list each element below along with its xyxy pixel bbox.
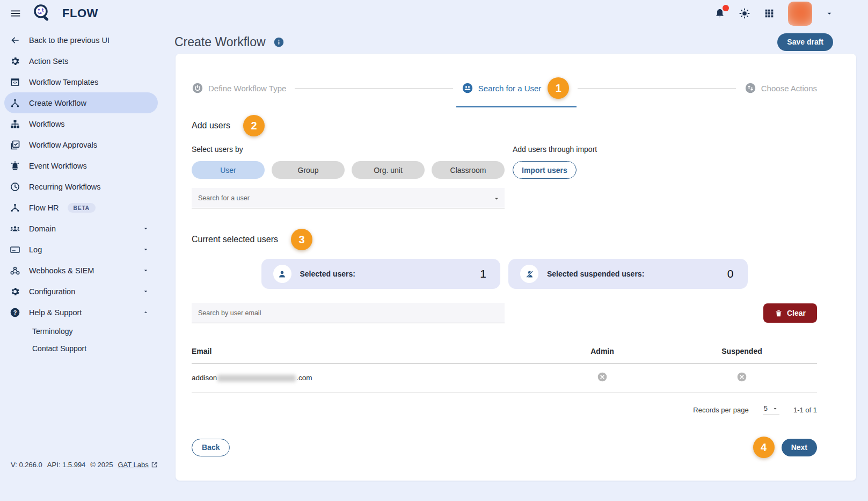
- tab-classroom[interactable]: Classroom: [432, 161, 505, 179]
- external-link-icon: [151, 461, 158, 468]
- import-hint-label: Add users through import: [513, 145, 597, 154]
- step-badge-4: 4: [753, 437, 775, 458]
- remove-suspended-icon[interactable]: [736, 372, 747, 382]
- import-users-button[interactable]: Import users: [513, 161, 577, 179]
- users-step-icon: [462, 82, 473, 94]
- sidebar-item-workflows[interactable]: Workflows: [0, 113, 161, 134]
- arrow-left-icon: [10, 35, 20, 46]
- brand: FLOW: [10, 2, 98, 25]
- sidebar-item-label: Event Workflows: [29, 162, 87, 170]
- sidebar-item-create-workflow[interactable]: Create Workflow: [4, 92, 158, 113]
- sidebar-item-log[interactable]: Log: [0, 239, 161, 260]
- info-icon[interactable]: [273, 37, 285, 48]
- select-caret-icon: [772, 405, 778, 412]
- selected-users-card: Selected users: 1: [261, 259, 501, 289]
- step-define-workflow-type[interactable]: Define Workflow Type: [192, 82, 286, 94]
- tab-org-unit[interactable]: Org. unit: [352, 161, 425, 179]
- back-button[interactable]: Back: [192, 439, 230, 456]
- sidebar-subitem-contact-support[interactable]: Contact Support: [0, 340, 161, 357]
- step-label: Define Workflow Type: [208, 84, 286, 93]
- column-header-email: Email: [192, 342, 538, 364]
- notification-dot: [723, 5, 729, 11]
- sidebar-item-label: Domain: [29, 224, 56, 233]
- sidebar-item-workflow-templates[interactable]: Workflow Templates: [0, 71, 161, 92]
- sidebar-item-domain[interactable]: Domain: [0, 218, 161, 239]
- sidebar-item-webhooks-siem[interactable]: Webhooks & SIEM: [0, 260, 161, 281]
- tab-group[interactable]: Group: [272, 161, 345, 179]
- sidebar-item-label: Contact Support: [32, 344, 86, 353]
- save-draft-button[interactable]: Save draft: [777, 33, 833, 51]
- chevron-down-icon: [142, 225, 149, 232]
- alarm-icon: [10, 161, 20, 171]
- page: FLOW Back to the p: [0, 0, 868, 501]
- webhook-icon: [10, 265, 20, 276]
- search-email-input[interactable]: [192, 303, 505, 323]
- sidebar-item-label: Help & Support: [29, 308, 82, 317]
- sidebar-item-label: Terminology: [32, 327, 72, 336]
- sidebar-item-label: Workflow Templates: [29, 78, 98, 86]
- sitemap-icon: [10, 119, 20, 129]
- suspended-users-count: 0: [727, 267, 734, 280]
- sidebar-item-workflow-approvals[interactable]: Workflow Approvals: [0, 134, 161, 155]
- selected-users-label: Selected users:: [300, 270, 356, 278]
- active-step-wrap: Search for a User 1: [462, 77, 570, 99]
- gat-labs-link[interactable]: GAT Labs: [118, 461, 157, 469]
- next-button[interactable]: Next: [782, 439, 817, 456]
- sidebar-item-label: Create Workflow: [29, 99, 86, 107]
- nodes-icon: [10, 202, 20, 213]
- people-icon: [10, 223, 20, 234]
- step-badge-1: 1: [548, 77, 569, 99]
- step-badge-2: 2: [243, 115, 265, 136]
- user-icon: [273, 265, 291, 283]
- sidebar-item-flow-hr[interactable]: Flow HR BETA: [0, 197, 161, 218]
- gear-actions-icon: [10, 56, 20, 67]
- selected-users-table: Email Admin Suspended addison.com: [192, 342, 817, 393]
- dropdown-caret-icon[interactable]: [493, 195, 500, 202]
- chevron-down-icon: [142, 246, 149, 253]
- records-per-page-label: Records per page: [693, 406, 748, 414]
- actions-step-icon: [745, 82, 756, 94]
- notifications-bell-icon[interactable]: [714, 8, 726, 19]
- sidebar-item-help-support[interactable]: ? Help & Support: [0, 302, 161, 323]
- search-user-input[interactable]: [192, 188, 505, 208]
- pagination: Records per page 5 1-1 of 1: [192, 404, 817, 415]
- brand-name: FLOW: [62, 6, 98, 20]
- api-version: API: 1.5.994: [47, 461, 86, 469]
- footer-version: V: 0.266.0 API: 1.5.994 © 2025 GAT Labs: [11, 461, 158, 469]
- chevron-down-icon: [142, 267, 149, 274]
- app-version: V: 0.266.0: [11, 461, 42, 469]
- sidebar-item-configuration[interactable]: Configuration: [0, 281, 161, 302]
- sidebar-item-back-previous-ui[interactable]: Back to the previous UI: [0, 30, 161, 50]
- main-content: Create Workflow Save draft Define Workfl…: [161, 27, 868, 501]
- step-badge-3: 3: [291, 229, 312, 250]
- branch-icon: [10, 98, 20, 108]
- clear-button[interactable]: Clear: [763, 303, 817, 323]
- hamburger-menu-icon[interactable]: [10, 8, 21, 19]
- sidebar-item-action-sets[interactable]: Action Sets: [0, 50, 161, 71]
- step-choose-actions[interactable]: Choose Actions: [745, 82, 817, 94]
- remove-admin-icon[interactable]: [597, 372, 608, 382]
- user-avatar[interactable]: [788, 2, 812, 26]
- sidebar-item-label: Configuration: [29, 287, 75, 296]
- table-row: addison.com: [192, 364, 817, 393]
- sidebar-item-event-workflows[interactable]: Event Workflows: [0, 155, 161, 176]
- theme-toggle-sun-icon[interactable]: [739, 8, 750, 19]
- per-page-select[interactable]: 5: [763, 404, 779, 415]
- step-label: Search for a User: [478, 84, 542, 93]
- gear-icon: [10, 286, 20, 297]
- sidebar-item-recurring-workflows[interactable]: Recurring Workflows: [0, 176, 161, 197]
- apps-grid-icon[interactable]: [763, 8, 775, 19]
- step-label: Choose Actions: [761, 84, 817, 93]
- sidebar-subitem-terminology[interactable]: Terminology: [0, 323, 161, 340]
- account-menu-caret-icon[interactable]: [825, 9, 834, 18]
- sidebar-item-label: Workflows: [29, 120, 65, 128]
- suspended-users-card: Selected suspended users: 0: [508, 259, 748, 289]
- sidebar-item-label: Action Sets: [29, 57, 68, 66]
- tab-user[interactable]: User: [192, 161, 265, 179]
- select-users-by-label: Select users by: [192, 145, 505, 154]
- pagination-range: 1-1 of 1: [793, 406, 817, 414]
- column-header-admin: Admin: [538, 342, 667, 364]
- sidebar: Back to the previous UI Action Sets Work…: [0, 30, 161, 501]
- step-search-for-a-user[interactable]: Search for a User: [462, 82, 542, 94]
- current-selected-heading: Current selected users: [192, 235, 278, 244]
